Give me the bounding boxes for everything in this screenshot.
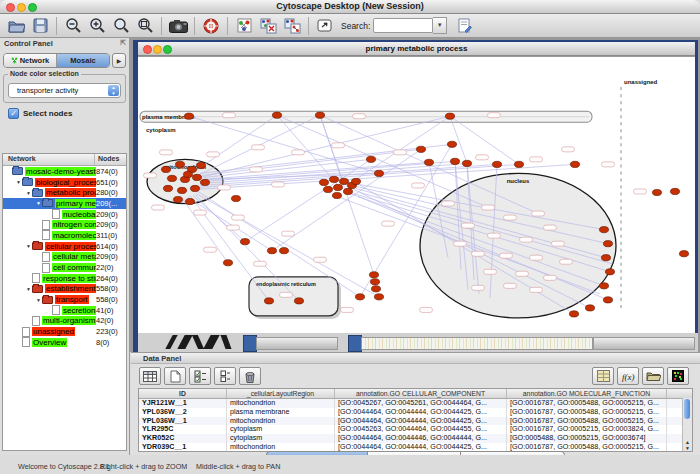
graph-node[interactable] [599, 283, 608, 289]
graph-edge[interactable] [200, 144, 452, 173]
graph-node[interactable] [223, 260, 232, 266]
graph-node[interactable] [447, 141, 456, 147]
select-attributes-icon[interactable] [189, 367, 211, 385]
graph-node[interactable] [570, 161, 579, 167]
graph-node[interactable] [351, 178, 360, 184]
column-header-layout-region[interactable]: _cellularLayoutRegion [227, 389, 335, 398]
table-scrollbar[interactable]: ▲▼ [682, 398, 692, 451]
graph-edge[interactable] [200, 116, 450, 177]
scrollbar-thumb[interactable] [684, 399, 690, 419]
zoom-selected-icon[interactable] [133, 16, 157, 36]
zoom-window-button[interactable] [28, 3, 37, 12]
float-panel-icon[interactable]: ⇱ [120, 39, 126, 47]
graph-node[interactable] [445, 113, 454, 119]
tree-row[interactable]: macromolecule311(0) [3, 230, 126, 241]
tree-row[interactable]: response to stimulu264(0) [3, 273, 126, 284]
column-header-cellular-component[interactable]: annotation.GO CELLULAR_COMPONENT [335, 389, 507, 398]
graph-node[interactable] [601, 255, 610, 261]
graph-edge[interactable] [189, 116, 379, 173]
graph-node[interactable] [161, 166, 170, 172]
graph-node[interactable] [450, 158, 459, 164]
frame-zoom-button[interactable] [163, 45, 172, 54]
graph-node[interactable] [599, 227, 608, 233]
filter-icon[interactable] [280, 16, 304, 36]
network-overview-icon[interactable] [232, 16, 256, 36]
close-window-button[interactable] [6, 3, 15, 12]
tree-row[interactable]: Overview8(0) [3, 337, 126, 348]
graph-node[interactable] [585, 305, 594, 311]
tree-row[interactable]: nucleobase-209(0) [3, 209, 126, 220]
matrix-icon[interactable] [667, 367, 689, 385]
tab-overflow-button[interactable]: ▶ [112, 53, 126, 68]
graph-node[interactable] [184, 113, 193, 119]
disclosure-triangle-icon[interactable]: ▼ [15, 179, 22, 185]
open-attributes-icon[interactable] [642, 367, 664, 385]
zoom-out-icon[interactable] [61, 16, 85, 36]
snapshot-icon[interactable] [166, 16, 190, 36]
graph-node[interactable] [177, 187, 186, 193]
graph-node[interactable] [370, 279, 379, 285]
tree-row[interactable]: ▼biological_process651(0) [3, 177, 126, 188]
graph-node[interactable] [569, 311, 578, 317]
graph-node[interactable] [416, 146, 425, 152]
table-row[interactable]: YJR121W__1mitochondrion[GO:0045267, GO:0… [139, 399, 692, 408]
graph-node[interactable] [369, 272, 378, 278]
graph-node[interactable] [173, 196, 182, 202]
graph-node[interactable] [175, 161, 184, 167]
graph-node[interactable] [333, 184, 342, 190]
graph-node[interactable] [167, 175, 176, 181]
tree-row[interactable]: ▼primary metabo209(... [3, 198, 126, 209]
select-nodes-checkbox[interactable]: ✓ [8, 108, 19, 119]
graph-node[interactable] [196, 162, 205, 168]
graph-node[interactable] [343, 188, 352, 194]
graph-node[interactable] [272, 112, 281, 118]
graph-node[interactable] [185, 198, 194, 204]
graph-node[interactable] [192, 174, 201, 180]
open-file-icon[interactable] [4, 16, 28, 36]
graph-node[interactable] [374, 170, 383, 176]
tree-row[interactable]: mosaic-demo-yeast874(0) [3, 166, 126, 177]
tree-row[interactable]: ▼cellular process614(0) [3, 241, 126, 252]
graph-node[interactable] [200, 179, 209, 185]
column-header-id[interactable]: ID [139, 389, 227, 398]
search-input[interactable] [373, 18, 433, 33]
graph-node[interactable] [264, 298, 273, 304]
tree-column-nodes[interactable]: Nodes [98, 155, 119, 162]
save-session-icon[interactable] [28, 16, 52, 36]
tab-mosaic[interactable]: Mosaic [57, 54, 109, 67]
tree-row[interactable]: cellular metabo209(0) [3, 252, 126, 263]
tree-column-network[interactable]: Network [8, 155, 36, 162]
graph-node[interactable] [163, 185, 172, 191]
table-row[interactable]: YLR295Ccytoplasm[GO:0045263, GO:0044464,… [139, 425, 692, 434]
search-dropdown-icon[interactable]: ▼ [433, 17, 447, 34]
new-attribute-icon[interactable] [164, 367, 186, 385]
column-header-molecular-function[interactable]: annotation.GO MOLECULAR_FUNCTION [507, 389, 667, 398]
graph-node[interactable] [492, 161, 501, 167]
annotation-icon[interactable] [313, 16, 337, 36]
graph-node[interactable] [267, 248, 276, 254]
graph-node[interactable] [279, 248, 288, 254]
graph-node[interactable] [424, 159, 433, 165]
disclosure-triangle-icon[interactable]: ▼ [25, 190, 32, 196]
graph-node[interactable] [294, 298, 303, 304]
graph-node[interactable] [319, 179, 328, 185]
graph-node[interactable] [329, 176, 338, 182]
graph-node[interactable] [679, 251, 688, 257]
graph-node[interactable] [371, 286, 380, 292]
delete-attribute-icon[interactable] [239, 367, 261, 385]
graph-node[interactable] [374, 294, 383, 300]
disclosure-triangle-icon[interactable]: ▼ [35, 200, 42, 206]
graph-node[interactable] [462, 160, 471, 166]
vizmapper-icon[interactable] [256, 16, 280, 36]
scrollbar-arrows[interactable]: ▲▼ [683, 439, 692, 451]
tree-row[interactable]: nitrogen compo209(0) [3, 219, 126, 230]
zoom-in-icon[interactable] [85, 16, 109, 36]
graph-node[interactable] [652, 189, 661, 195]
function-builder-icon[interactable]: f(x) [617, 367, 639, 385]
unselect-attributes-icon[interactable] [214, 367, 236, 385]
graph-node[interactable] [603, 241, 612, 247]
disclosure-triangle-icon[interactable]: ▼ [25, 243, 32, 249]
tree-row[interactable]: ▼establishment of lo558(0) [3, 284, 126, 295]
zoom-fit-icon[interactable] [109, 16, 133, 36]
frame-minimize-button[interactable] [153, 45, 162, 54]
